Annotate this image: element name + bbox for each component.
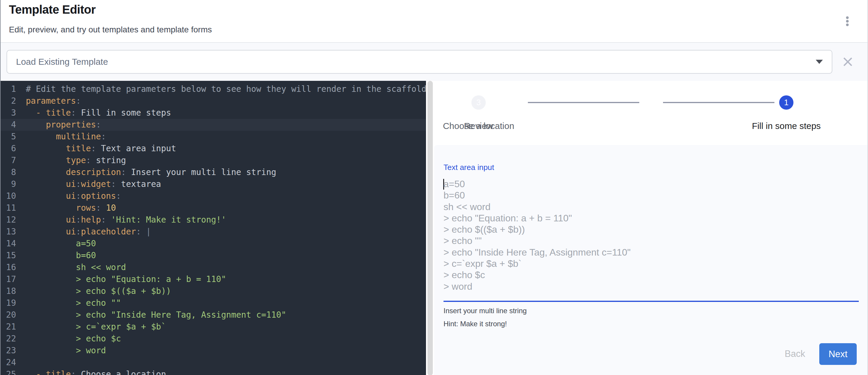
code-text: > c=`expr $a + $b`: [16, 321, 166, 333]
code-line[interactable]: 11 rows: 10: [1, 202, 426, 214]
code-line[interactable]: 3 - title: Fill in some steps: [1, 107, 426, 119]
code-text: [16, 356, 26, 369]
line-number: 7: [1, 155, 16, 166]
page-subtitle: Edit, preview, and try out templates and…: [9, 25, 212, 34]
next-button[interactable]: Next: [819, 343, 857, 365]
code-text: > echo $(($a + $b)): [16, 285, 171, 297]
kebab-menu-icon: [846, 24, 849, 26]
placeholder-line: b=60: [443, 190, 856, 201]
input-focus-underline: [443, 301, 859, 302]
placeholder-line: > echo $(($a + $b)): [443, 224, 856, 235]
code-text: b=60: [16, 250, 96, 261]
line-number: 9: [1, 178, 16, 190]
line-number: 1: [1, 83, 16, 95]
multiline-textarea[interactable]: a=50b=60sh << word> echo "Equation: a + …: [443, 178, 856, 294]
kebab-menu-icon: [846, 20, 849, 23]
code-line[interactable]: 10 ui:options:: [1, 190, 426, 202]
code-text: a=50: [16, 238, 96, 250]
code-line[interactable]: 8 description: Insert your multi line st…: [1, 166, 426, 178]
code-line[interactable]: 5 multiline:: [1, 131, 426, 143]
code-line[interactable]: 16 sh << word: [1, 261, 426, 273]
step-circle: 1: [779, 95, 794, 110]
code-text: properties:: [16, 119, 101, 131]
line-number: 18: [1, 285, 16, 297]
code-text: description: Insert your multi line stri…: [16, 166, 276, 178]
line-number: 12: [1, 214, 16, 226]
close-button[interactable]: [841, 50, 855, 74]
code-text: parameters:: [16, 95, 81, 107]
code-text: ui:options:: [16, 190, 121, 202]
line-number: 25: [1, 369, 16, 375]
code-line[interactable]: 9 ui:widget: textarea: [1, 178, 426, 190]
code-line[interactable]: 1# Edit the template parameters below to…: [1, 83, 426, 95]
load-template-select[interactable]: Load Existing Template: [6, 50, 832, 74]
code-text: - title: Fill in some steps: [16, 107, 171, 119]
code-text: sh << word: [16, 261, 126, 273]
load-template-bar: Load Existing Template: [1, 43, 867, 81]
line-number: 21: [1, 321, 16, 333]
step-review: 3Review: [434, 95, 523, 131]
code-line[interactable]: 14 a=50: [1, 238, 426, 250]
code-line[interactable]: 6 title: Text area input: [1, 143, 426, 155]
code-line[interactable]: 17 > echo "Equation: a + b = 110": [1, 273, 426, 285]
code-line[interactable]: 19 > echo "": [1, 297, 426, 309]
code-line[interactable]: 21 > c=`expr $a + $b`: [1, 321, 426, 333]
code-line[interactable]: 18 > echo $(($a + $b)): [1, 285, 426, 297]
code-text: > echo "": [16, 297, 121, 309]
preview-panel: 1Fill in some steps2Choose a location3Re…: [434, 81, 867, 375]
main-split: 1# Edit the template parameters below to…: [1, 81, 867, 375]
kebab-menu-icon: [846, 17, 849, 19]
line-number: 14: [1, 238, 16, 250]
code-line[interactable]: 13 ui:placeholder: |: [1, 226, 426, 238]
code-line[interactable]: 2parameters:: [1, 95, 426, 107]
line-number: 16: [1, 261, 16, 273]
code-line[interactable]: 4 properties:: [1, 119, 426, 131]
code-line[interactable]: 12 ui:help: 'Hint: Make it strong!': [1, 214, 426, 226]
placeholder-line: a=50: [443, 178, 856, 190]
line-number: 24: [1, 356, 16, 369]
step-connector: [528, 102, 639, 103]
line-number: 2: [1, 95, 16, 107]
field-hint: Hint: Make it strong!: [443, 320, 507, 328]
placeholder-line: > echo "": [443, 235, 856, 246]
code-text: title: Text area input: [16, 143, 176, 155]
close-icon: [843, 57, 852, 67]
select-placeholder: Load Existing Template: [16, 57, 108, 67]
line-number: 13: [1, 226, 16, 238]
more-options-button[interactable]: [841, 12, 854, 30]
template-editor-page: Template Editor Edit, preview, and try o…: [0, 0, 868, 375]
line-number: 5: [1, 131, 16, 143]
line-number: 23: [1, 345, 16, 356]
code-text: > echo "Inside Here Tag, Assignment c=11…: [16, 309, 286, 321]
placeholder-line: > echo $c: [443, 269, 856, 281]
back-button[interactable]: Back: [777, 344, 813, 364]
code-line[interactable]: 24: [1, 356, 426, 369]
code-text: > echo $c: [16, 333, 121, 345]
code-line[interactable]: 15 b=60: [1, 250, 426, 261]
stepper: 1Fill in some steps2Choose a location3Re…: [434, 81, 867, 145]
code-line[interactable]: 22 > echo $c: [1, 333, 426, 345]
code-text: > word: [16, 345, 106, 356]
step-fill-in-some-steps: 1Fill in some steps: [742, 95, 831, 131]
dropdown-caret-icon: [816, 60, 823, 64]
line-number: 19: [1, 297, 16, 309]
form-card: Text area input a=50b=60sh << word> echo…: [434, 145, 867, 375]
code-text: ui:placeholder: |: [16, 226, 151, 238]
code-text: - title: Choose a location: [16, 369, 166, 375]
line-number: 11: [1, 202, 16, 214]
placeholder-line: > c=`expr $a + $b`: [443, 258, 856, 269]
editor-scrollbar[interactable]: [428, 81, 433, 375]
line-number: 3: [1, 107, 16, 119]
code-line[interactable]: 23 > word: [1, 345, 426, 356]
placeholder-line: > echo "Equation: a + b = 110": [443, 213, 856, 224]
field-description: Insert your multi line string: [443, 307, 527, 315]
code-line[interactable]: 25 - title: Choose a location: [1, 369, 426, 375]
code-text: ui:help: 'Hint: Make it strong!': [16, 214, 226, 226]
code-editor[interactable]: 1# Edit the template parameters below to…: [1, 81, 426, 375]
line-number: 10: [1, 190, 16, 202]
code-line[interactable]: 7 type: string: [1, 155, 426, 166]
code-line[interactable]: 20 > echo "Inside Here Tag, Assignment c…: [1, 309, 426, 321]
line-number: 17: [1, 273, 16, 285]
code-text: ui:widget: textarea: [16, 178, 161, 190]
code-text: multiline:: [16, 131, 106, 143]
